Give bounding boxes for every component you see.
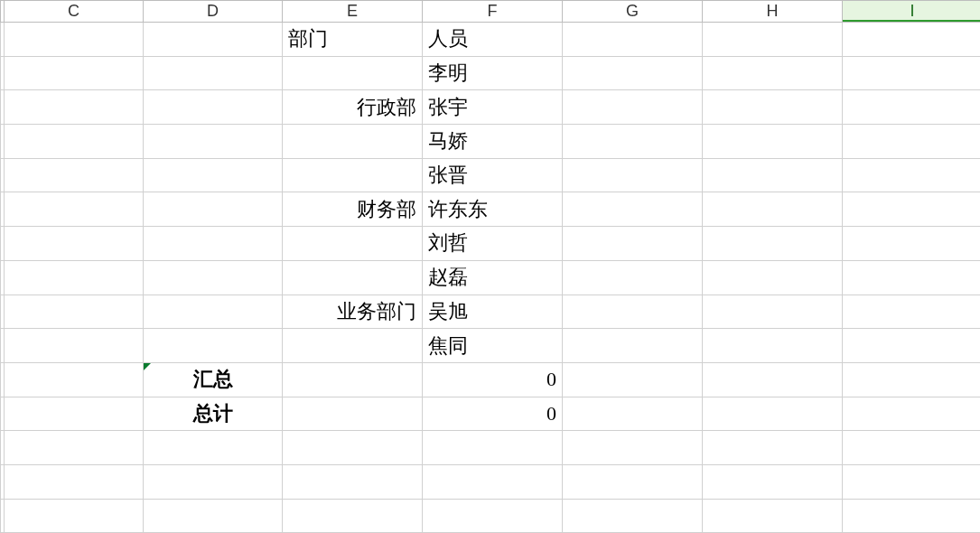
cell-H[interactable] (703, 192, 843, 227)
cell-C[interactable] (5, 56, 144, 90)
cell-I[interactable] (843, 499, 981, 533)
cell-G[interactable] (563, 464, 703, 499)
cell-F[interactable]: 赵磊 (423, 260, 563, 295)
cell-D[interactable] (144, 158, 283, 192)
cell-F[interactable]: 许东东 (423, 192, 563, 227)
cell-I[interactable] (843, 56, 981, 90)
cell-D[interactable]: 总计 (144, 397, 283, 431)
cell-C[interactable] (5, 227, 144, 261)
cell-C[interactable] (5, 260, 144, 295)
cell-E[interactable] (283, 362, 423, 397)
cell-G[interactable] (563, 125, 703, 159)
cell-G[interactable] (563, 56, 703, 90)
cell-I[interactable] (843, 295, 981, 329)
cell-F[interactable]: 李明 (423, 56, 563, 90)
cell-I[interactable] (843, 192, 981, 227)
cell-H[interactable] (703, 56, 843, 90)
cell-H[interactable] (703, 158, 843, 192)
cell-E[interactable] (283, 125, 423, 159)
cell-I[interactable] (843, 329, 981, 363)
cell-F[interactable] (423, 499, 563, 533)
cell-H[interactable] (703, 260, 843, 295)
cell-G[interactable] (563, 158, 703, 192)
cell-H[interactable] (703, 90, 843, 125)
cell-I[interactable] (843, 158, 981, 192)
cell-E[interactable] (283, 464, 423, 499)
cell-G[interactable] (563, 192, 703, 227)
cell-F[interactable] (423, 431, 563, 465)
cell-H[interactable] (703, 431, 843, 465)
cell-D[interactable] (144, 295, 283, 329)
cell-G[interactable] (563, 260, 703, 295)
cell-E[interactable] (283, 260, 423, 295)
column-header-G[interactable]: G (563, 1, 703, 23)
cell-F[interactable]: 0 (423, 397, 563, 431)
column-header-C[interactable]: C (5, 1, 144, 23)
cell-E[interactable] (283, 329, 423, 363)
cell-I[interactable] (843, 125, 981, 159)
cell-E[interactable] (283, 158, 423, 192)
spreadsheet-grid[interactable]: CDEFGHI 部门人员李明行政部张宇马娇张晋财务部许东东刘哲赵磊业务部门吴旭焦… (0, 0, 980, 533)
cell-I[interactable] (843, 90, 981, 125)
cell-G[interactable] (563, 23, 703, 57)
cell-H[interactable] (703, 227, 843, 261)
cell-H[interactable] (703, 23, 843, 57)
cell-E[interactable]: 财务部 (283, 192, 423, 227)
cell-C[interactable] (5, 499, 144, 533)
cell-C[interactable] (5, 397, 144, 431)
cell-G[interactable] (563, 227, 703, 261)
cell-I[interactable] (843, 431, 981, 465)
cell-D[interactable] (144, 90, 283, 125)
cell-G[interactable] (563, 295, 703, 329)
cell-F[interactable]: 张晋 (423, 158, 563, 192)
cell-C[interactable] (5, 329, 144, 363)
cell-E[interactable]: 部门 (283, 23, 423, 57)
cell-I[interactable] (843, 260, 981, 295)
cell-F[interactable]: 张宇 (423, 90, 563, 125)
column-header-E[interactable]: E (283, 1, 423, 23)
cell-D[interactable] (144, 56, 283, 90)
cell-F[interactable]: 吴旭 (423, 295, 563, 329)
cell-D[interactable] (144, 329, 283, 363)
cell-D[interactable] (144, 192, 283, 227)
cell-G[interactable] (563, 397, 703, 431)
cell-E[interactable] (283, 431, 423, 465)
cell-C[interactable] (5, 192, 144, 227)
cell-F[interactable]: 0 (423, 362, 563, 397)
cell-G[interactable] (563, 362, 703, 397)
cell-H[interactable] (703, 397, 843, 431)
column-header-I[interactable]: I (843, 1, 981, 23)
cell-H[interactable] (703, 362, 843, 397)
cell-E[interactable]: 业务部门 (283, 295, 423, 329)
cell-C[interactable] (5, 90, 144, 125)
cell-C[interactable] (5, 295, 144, 329)
cell-D[interactable]: 汇总 (144, 362, 283, 397)
cell-I[interactable] (843, 397, 981, 431)
cell-F[interactable]: 刘哲 (423, 227, 563, 261)
cell-F[interactable]: 马娇 (423, 125, 563, 159)
cell-F[interactable]: 焦同 (423, 329, 563, 363)
cell-I[interactable] (843, 362, 981, 397)
cell-D[interactable] (144, 464, 283, 499)
column-header-H[interactable]: H (703, 1, 843, 23)
cell-G[interactable] (563, 499, 703, 533)
cell-C[interactable] (5, 362, 144, 397)
cell-E[interactable]: 行政部 (283, 90, 423, 125)
cell-I[interactable] (843, 23, 981, 57)
cell-E[interactable] (283, 56, 423, 90)
cell-E[interactable] (283, 499, 423, 533)
cell-E[interactable] (283, 397, 423, 431)
cell-D[interactable] (144, 499, 283, 533)
cell-D[interactable] (144, 227, 283, 261)
cell-C[interactable] (5, 158, 144, 192)
cell-H[interactable] (703, 125, 843, 159)
cell-G[interactable] (563, 431, 703, 465)
cell-I[interactable] (843, 464, 981, 499)
cell-C[interactable] (5, 431, 144, 465)
cell-D[interactable] (144, 431, 283, 465)
cell-D[interactable] (144, 23, 283, 57)
column-header-F[interactable]: F (423, 1, 563, 23)
cell-C[interactable] (5, 23, 144, 57)
cell-E[interactable] (283, 227, 423, 261)
cell-H[interactable] (703, 499, 843, 533)
